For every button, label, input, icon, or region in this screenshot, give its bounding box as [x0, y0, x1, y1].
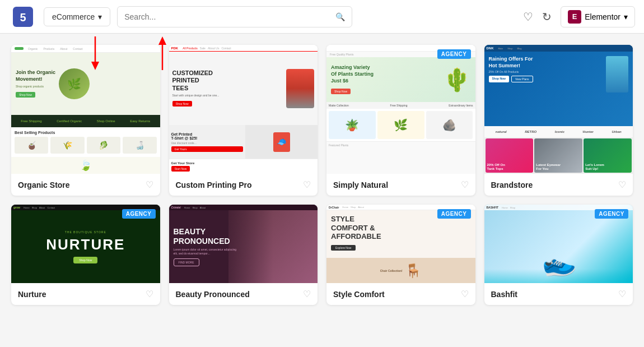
search-bar[interactable]: 🔍 [117, 6, 352, 27]
template-preview-beauty: Crimini Home Shop About BEAUTYPRONOUNCED… [169, 205, 318, 283]
like-button-organic[interactable]: ♡ [146, 179, 153, 190]
template-card-custom-printing[interactable]: PDK All Products Sale About Us Contact C… [169, 45, 318, 196]
like-button-brand[interactable]: ♡ [618, 179, 626, 190]
template-card-organic-store[interactable]: Organic Products About Contact Join the … [11, 45, 160, 196]
like-button-style[interactable]: ♡ [461, 289, 469, 299]
search-icon: 🔍 [335, 12, 345, 21]
template-footer-beauty: Beauty Pronounced ♡ [169, 283, 318, 305]
like-button-nurture[interactable]: ♡ [146, 289, 153, 299]
agency-badge-bashfit: AGENCY [595, 209, 628, 219]
template-name-style: Style Comfort [333, 290, 385, 299]
elementor-chevron-icon: ▾ [624, 12, 628, 21]
template-name-natural: Simply Natural [333, 181, 388, 189]
category-dropdown[interactable]: eCommerce ▾ [44, 7, 110, 26]
app-logo-icon: 5 [13, 7, 33, 27]
template-name-beauty: Beauty Pronounced [176, 290, 250, 299]
template-preview-natural: Free Quality Plants Amazing VarietyOf Pl… [326, 45, 475, 174]
template-footer-printing: Custom Printing Pro ♡ [169, 174, 318, 196]
svg-text:5: 5 [20, 11, 26, 24]
elementor-icon: E [568, 10, 581, 24]
template-card-simply-natural[interactable]: AGENCY Free Quality Plants Amazing Varie… [326, 45, 475, 196]
favorites-button[interactable]: ♡ [523, 10, 533, 24]
header-right: ♡ ↻ E Elementor ▾ [523, 6, 635, 27]
header: 5 eCommerce ▾ 🔍 ♡ ↻ E Elementor ▾ [0, 0, 644, 34]
template-card-bashfit[interactable]: AGENCY BASHFIT Home Shop 👟 Bashfit ♡ [484, 205, 633, 305]
templates-grid: Organic Products About Contact Join the … [11, 45, 633, 305]
search-input[interactable] [124, 12, 335, 21]
template-name-brand: Brandstore [491, 181, 533, 189]
elementor-label: Elementor [585, 12, 620, 21]
like-button-natural[interactable]: ♡ [461, 179, 469, 190]
template-footer-natural: Simply Natural ♡ [326, 174, 475, 196]
logo[interactable]: 5 [9, 3, 37, 31]
template-footer-organic: Organic Store ♡ [11, 174, 160, 196]
template-footer-brand: Brandstore ♡ [484, 174, 633, 196]
template-footer-bashfit: Bashfit ♡ [484, 283, 633, 305]
template-footer-nurture: Nurture ♡ [11, 283, 160, 305]
agency-badge-style: AGENCY [437, 209, 471, 219]
category-label: eCommerce [52, 12, 95, 21]
template-card-beauty[interactable]: Crimini Home Shop About BEAUTYPRONOUNCED… [169, 205, 318, 305]
template-card-nurture[interactable]: AGENCY grow Home Shop About Contact The … [11, 205, 160, 305]
agency-badge-nurture: AGENCY [122, 209, 156, 219]
like-button-beauty[interactable]: ♡ [303, 289, 311, 299]
template-name-nurture: Nurture [18, 290, 46, 299]
template-preview-printing: PDK All Products Sale About Us Contact C… [169, 45, 318, 174]
like-button-printing[interactable]: ♡ [303, 179, 311, 190]
template-name-printing: Custom Printing Pro [176, 181, 252, 189]
agency-badge-simply-natural: AGENCY [437, 49, 471, 59]
chevron-down-icon: ▾ [98, 12, 102, 21]
like-button-bashfit[interactable]: ♡ [618, 289, 626, 299]
refresh-button[interactable]: ↻ [542, 10, 552, 24]
template-card-brandstore[interactable]: DNK Main Shop Blog Raining Offers ForHot… [484, 45, 633, 196]
template-name-bashfit: Bashfit [491, 290, 517, 299]
elementor-button[interactable]: E Elementor ▾ [561, 6, 635, 27]
template-name-organic: Organic Store [18, 181, 70, 189]
template-card-style[interactable]: AGENCY DrChair Home Shop About STYLECOMF… [326, 205, 475, 305]
template-preview-organic: Organic Products About Contact Join the … [11, 45, 160, 174]
template-preview-brand: DNK Main Shop Blog Raining Offers ForHot… [484, 45, 633, 174]
template-footer-style: Style Comfort ♡ [326, 283, 475, 305]
main-content: Organic Products About Contact Join the … [0, 34, 644, 347]
